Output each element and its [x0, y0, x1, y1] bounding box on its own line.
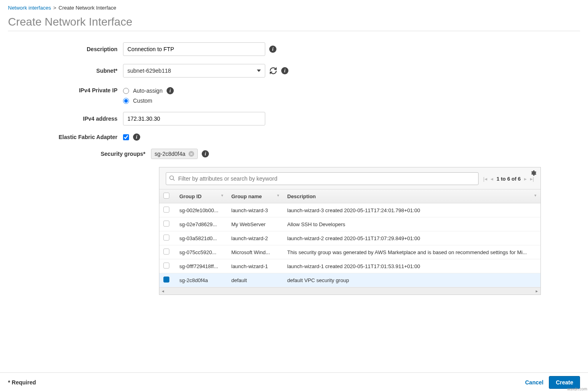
chevron-down-icon	[257, 70, 261, 72]
row-checkbox[interactable]	[163, 221, 169, 227]
row-checkbox[interactable]	[163, 207, 169, 213]
cell-group-name: launch-wizard-1	[227, 259, 283, 273]
ipv4-private-label: IPv4 Private IP	[8, 86, 123, 94]
cell-group-name: Microsoft Wind...	[227, 245, 283, 259]
subnet-selected-value: subnet-629eb118	[127, 68, 171, 74]
sg-tag-label: sg-2c8d0f4a	[155, 151, 185, 157]
radio-custom-input[interactable]	[123, 98, 129, 104]
row-checkbox[interactable]	[163, 235, 169, 241]
scroll-right-icon[interactable]: ▸	[533, 289, 540, 294]
pager-first-icon[interactable]: |◂	[483, 176, 487, 182]
ipv4-address-label: IPv4 address	[8, 115, 123, 122]
remove-tag-icon[interactable]: ✕	[189, 151, 194, 157]
pager-prev-icon[interactable]: ◂	[491, 176, 493, 182]
table-row[interactable]: sg-2c8d0f4adefaultdefault VPC security g…	[159, 273, 540, 287]
cell-description: Allow SSH to Developers	[283, 217, 540, 231]
breadcrumb-current: Create Network Interface	[59, 5, 117, 11]
cell-group-id: sg-02e7d8629...	[175, 217, 227, 231]
table-row[interactable]: sg-03a5821d0...launch-wizard-2launch-wiz…	[159, 231, 540, 245]
svg-point-0	[170, 176, 173, 179]
security-groups-label: Security groups*	[8, 151, 151, 157]
sg-table: Group ID▾ Group name▾ Description▾ sg-00…	[159, 189, 540, 287]
info-icon[interactable]: i	[167, 87, 174, 94]
select-all-checkbox[interactable]	[163, 193, 169, 199]
info-icon[interactable]: i	[202, 150, 209, 157]
cell-description: launch-wizard-2 created 2020-05-11T17:07…	[283, 231, 540, 245]
description-input[interactable]	[123, 42, 265, 56]
row-checkbox[interactable]	[163, 277, 169, 283]
page-title: Create Network Interface	[8, 16, 580, 28]
subnet-label: Subnet*	[8, 68, 123, 74]
cell-group-id: sg-03a5821d0...	[175, 231, 227, 245]
breadcrumb-parent-link[interactable]: Network interfaces	[8, 5, 51, 11]
pager-next-icon[interactable]: ▸	[524, 176, 527, 182]
info-icon[interactable]: i	[133, 133, 140, 141]
radio-custom[interactable]: Custom	[123, 98, 174, 104]
pager: |◂ ◂ 1 to 6 of 6 ▸ ▸|	[483, 176, 534, 182]
info-icon[interactable]: i	[269, 46, 276, 53]
cell-group-id: sg-002fe10b00...	[175, 203, 227, 217]
cell-description: default VPC security group	[283, 273, 540, 287]
horizontal-scrollbar[interactable]: ◂ ▸	[159, 287, 540, 294]
pager-last-icon[interactable]: ▸|	[530, 176, 534, 182]
radio-auto-assign-input[interactable]	[123, 88, 129, 94]
cell-group-name: launch-wizard-3	[227, 203, 283, 217]
row-checkbox[interactable]	[163, 263, 169, 269]
description-label: Description	[8, 46, 123, 52]
sg-search-input[interactable]	[166, 172, 479, 185]
radio-auto-assign[interactable]: Auto-assign i	[123, 87, 174, 94]
search-icon	[169, 175, 175, 181]
sg-tag[interactable]: sg-2c8d0f4a ✕	[151, 149, 198, 159]
sg-header-checkbox[interactable]	[159, 189, 175, 203]
scroll-left-icon[interactable]: ◂	[159, 289, 167, 294]
sg-header-groupname[interactable]: Group name▾	[227, 189, 283, 203]
efa-checkbox[interactable]	[123, 134, 129, 140]
cell-description: launch-wizard-1 created 2020-05-11T17:01…	[283, 259, 540, 273]
cell-group-name: default	[227, 273, 283, 287]
cell-group-id: sg-2c8d0f4a	[175, 273, 227, 287]
breadcrumb: Network interfaces > Create Network Inte…	[8, 5, 580, 11]
table-row[interactable]: sg-0fff729418ff...launch-wizard-1launch-…	[159, 259, 540, 273]
cell-group-name: My WebServer	[227, 217, 283, 231]
sg-header-description[interactable]: Description▾	[283, 189, 540, 203]
info-icon[interactable]: i	[281, 67, 288, 74]
radio-custom-label: Custom	[133, 98, 152, 104]
cell-group-id: sg-075cc5920...	[175, 245, 227, 259]
table-row[interactable]: sg-02e7d8629...My WebServerAllow SSH to …	[159, 217, 540, 231]
row-checkbox[interactable]	[163, 249, 169, 255]
cell-group-name: launch-wizard-2	[227, 231, 283, 245]
sg-search	[166, 172, 479, 185]
table-row[interactable]: sg-075cc5920...Microsoft Wind...This sec…	[159, 245, 540, 259]
pager-text: 1 to 6 of 6	[497, 176, 521, 182]
breadcrumb-separator: >	[53, 5, 56, 11]
cell-description: This security group was generated by AWS…	[283, 245, 540, 259]
subnet-select[interactable]: subnet-629eb118	[123, 64, 265, 78]
gear-icon[interactable]	[530, 170, 536, 176]
cell-description: launch-wizard-3 created 2020-05-11T17:24…	[283, 203, 540, 217]
refresh-icon[interactable]	[269, 67, 277, 75]
radio-auto-assign-label: Auto-assign	[133, 88, 163, 94]
security-groups-panel: |◂ ◂ 1 to 6 of 6 ▸ ▸| Group ID▾ Group na…	[159, 167, 541, 295]
ipv4-address-input[interactable]	[123, 112, 265, 125]
sg-header-groupid[interactable]: Group ID▾	[175, 189, 227, 203]
cell-group-id: sg-0fff729418ff...	[175, 259, 227, 273]
table-row[interactable]: sg-002fe10b00...launch-wizard-3launch-wi…	[159, 203, 540, 217]
sg-table-header-row: Group ID▾ Group name▾ Description▾	[159, 189, 540, 203]
efa-label: Elastic Fabric Adapter	[8, 134, 123, 140]
title-divider	[8, 31, 580, 31]
svg-line-1	[173, 179, 175, 181]
